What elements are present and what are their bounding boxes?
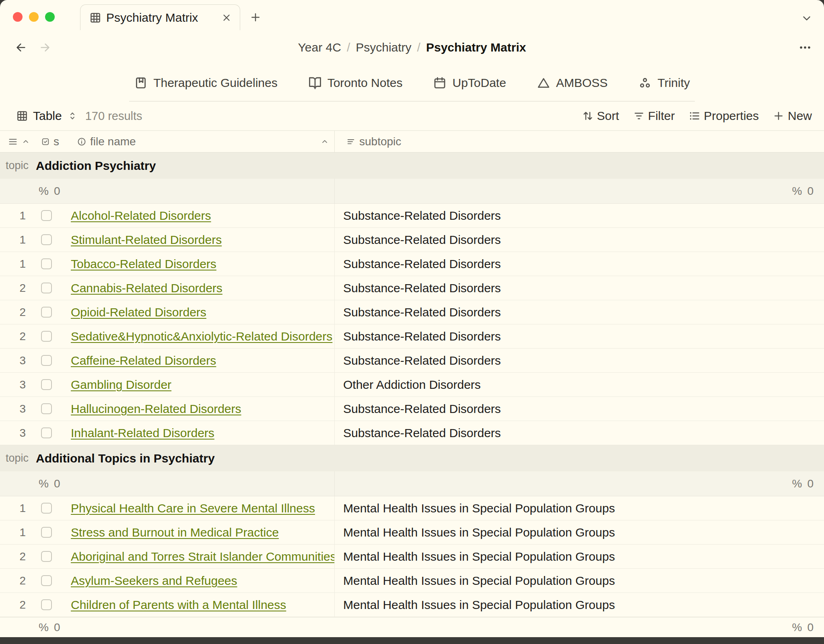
- filter-button[interactable]: Filter: [633, 109, 675, 123]
- file-name-link[interactable]: Sedative&Hypnotic&Anxiolytic-Related Dis…: [71, 330, 332, 343]
- more-options-icon[interactable]: [798, 41, 812, 54]
- new-tab-plus-icon[interactable]: [249, 11, 262, 23]
- chevrons-up-down-icon: [68, 111, 77, 121]
- view-switcher-table[interactable]: Table: [16, 109, 77, 123]
- row-checkbox[interactable]: [41, 599, 52, 610]
- row-checkbox[interactable]: [41, 403, 52, 414]
- close-window-button[interactable]: [13, 12, 23, 22]
- file-name-cell: Stress and Burnout in Medical Practice: [64, 520, 335, 544]
- group-header[interactable]: topicAddiction Psychiatry: [0, 153, 824, 179]
- row-checkbox[interactable]: [41, 503, 52, 514]
- zoom-window-button[interactable]: [45, 12, 55, 22]
- table-row: 1Tobacco-Related DisordersSubstance-Rela…: [0, 252, 824, 276]
- link-uptodate[interactable]: UpToDate: [433, 76, 506, 90]
- table-row: 2Cannabis-Related DisordersSubstance-Rel…: [0, 276, 824, 300]
- forward-arrow-icon[interactable]: [39, 41, 52, 54]
- row-number: 2: [0, 545, 31, 568]
- row-checkbox[interactable]: [41, 355, 52, 366]
- column-header-file-name[interactable]: file name: [64, 131, 335, 152]
- subtopic-cell: Substance-Related Disorders: [335, 324, 824, 348]
- link-toronto-notes[interactable]: Toronto Notes: [308, 76, 403, 90]
- tab-list-chevron-down-icon[interactable]: [801, 12, 813, 24]
- row-checkbox[interactable]: [41, 283, 52, 293]
- checkbox-cell: [31, 300, 64, 324]
- group-aggregate-right[interactable]: %0: [335, 471, 824, 496]
- table-row: 3Caffeine-Related DisordersSubstance-Rel…: [0, 349, 824, 373]
- breadcrumb-year-4c[interactable]: Year 4C: [298, 41, 341, 54]
- footer-aggregate-left[interactable]: % 0: [31, 617, 64, 637]
- row-checkbox[interactable]: [41, 575, 52, 586]
- file-name-link[interactable]: Aboriginal and Torres Strait Islander Co…: [71, 550, 335, 564]
- group-aggregate-right[interactable]: %0: [335, 179, 824, 203]
- table-row: 1Stress and Burnout in Medical PracticeM…: [0, 520, 824, 545]
- row-number: 3: [0, 373, 31, 396]
- back-arrow-icon[interactable]: [14, 41, 27, 54]
- sort-ascending-chevron-icon[interactable]: [321, 138, 329, 146]
- row-checkbox[interactable]: [41, 427, 52, 438]
- group-header[interactable]: topicAdditional Topics in Psychiatry: [0, 445, 824, 471]
- row-checkbox[interactable]: [41, 551, 52, 562]
- row-checkbox[interactable]: [41, 307, 52, 318]
- group-aggregate-left[interactable]: %0: [31, 179, 64, 203]
- percent-sign: %: [39, 621, 49, 634]
- file-name-link[interactable]: Caffeine-Related Disorders: [71, 354, 216, 367]
- sort-button[interactable]: Sort: [582, 109, 619, 123]
- row-checkbox[interactable]: [41, 331, 52, 342]
- group-aggregate-left[interactable]: %0: [31, 471, 64, 496]
- row-checkbox[interactable]: [41, 234, 52, 245]
- file-name-link[interactable]: Physical Health Care in Severe Mental Il…: [71, 502, 315, 515]
- file-name-link[interactable]: Tobacco-Related Disorders: [71, 257, 216, 271]
- subtopic-cell: Mental Health Issues in Special Populati…: [335, 496, 824, 520]
- file-name-link[interactable]: Cannabis-Related Disorders: [71, 281, 222, 295]
- file-name-link[interactable]: Alcohol-Related Disorders: [71, 209, 211, 223]
- file-name-link[interactable]: Inhalant-Related Disorders: [71, 426, 214, 440]
- column-header-subtopic[interactable]: subtopic: [335, 131, 824, 152]
- row-number: 3: [0, 397, 31, 421]
- row-menu-icon[interactable]: [8, 137, 18, 147]
- subtopic-cell: Substance-Related Disorders: [335, 276, 824, 300]
- subtopic-cell: Substance-Related Disorders: [335, 204, 824, 227]
- file-name-link[interactable]: Hallucinogen-Related Disorders: [71, 402, 241, 416]
- row-checkbox[interactable]: [41, 258, 52, 269]
- tab-psychiatry-matrix[interactable]: Psychiatry Matrix: [80, 4, 240, 30]
- close-tab-icon[interactable]: [221, 12, 232, 23]
- link-trinity[interactable]: Trinity: [638, 76, 690, 90]
- subtopic-cell: Mental Health Issues in Special Populati…: [335, 545, 824, 568]
- row-number: 1: [0, 228, 31, 252]
- table-grid-icon: [16, 110, 28, 122]
- minimize-window-button[interactable]: [29, 12, 39, 22]
- footer-spacer: [0, 617, 31, 637]
- breadcrumb-current-page[interactable]: Psychiatry Matrix: [426, 41, 526, 54]
- group-topic-label: topic: [6, 452, 29, 464]
- link-therapeutic-guidelines[interactable]: Therapeutic Guidelines: [134, 76, 278, 90]
- table-row: 2Asylum-Seekers and RefugeesMental Healt…: [0, 569, 824, 593]
- row-number: 1: [0, 252, 31, 276]
- file-name-link[interactable]: Stress and Burnout in Medical Practice: [71, 526, 279, 539]
- file-name-link[interactable]: Asylum-Seekers and Refugees: [71, 574, 237, 588]
- row-checkbox[interactable]: [41, 210, 52, 221]
- toolbar-actions: Sort Filter Properties: [582, 109, 812, 123]
- link-amboss[interactable]: AMBOSS: [537, 76, 608, 90]
- aggregate-row: %0%0: [0, 471, 824, 496]
- file-name-link[interactable]: Stimulant-Related Disorders: [71, 233, 222, 247]
- sort-button-label: Sort: [597, 109, 619, 123]
- file-name-link[interactable]: Opioid-Related Disorders: [71, 305, 206, 319]
- properties-button[interactable]: Properties: [688, 109, 759, 123]
- checkbox-cell: [31, 349, 64, 372]
- file-name-cell: Caffeine-Related Disorders: [64, 349, 335, 372]
- file-name-link[interactable]: Gambling Disorder: [71, 378, 171, 392]
- checkbox-cell: [31, 545, 64, 568]
- collapse-all-chevron-up-icon[interactable]: [22, 138, 30, 146]
- new-button[interactable]: New: [772, 109, 812, 123]
- subtopic-cell: Substance-Related Disorders: [335, 397, 824, 421]
- footer-aggregate-right[interactable]: % 0: [335, 617, 824, 637]
- checkbox-cell: [31, 276, 64, 300]
- row-checkbox[interactable]: [41, 379, 52, 390]
- breadcrumb-psychiatry[interactable]: Psychiatry: [356, 41, 411, 54]
- column-label-s: s: [54, 135, 59, 148]
- file-name-cell: Physical Health Care in Severe Mental Il…: [64, 496, 335, 520]
- row-checkbox[interactable]: [41, 527, 52, 538]
- column-header-s[interactable]: s: [31, 131, 64, 152]
- file-name-link[interactable]: Children of Parents with a Mental Illnes…: [71, 598, 286, 612]
- quick-link-label: AMBOSS: [556, 76, 608, 90]
